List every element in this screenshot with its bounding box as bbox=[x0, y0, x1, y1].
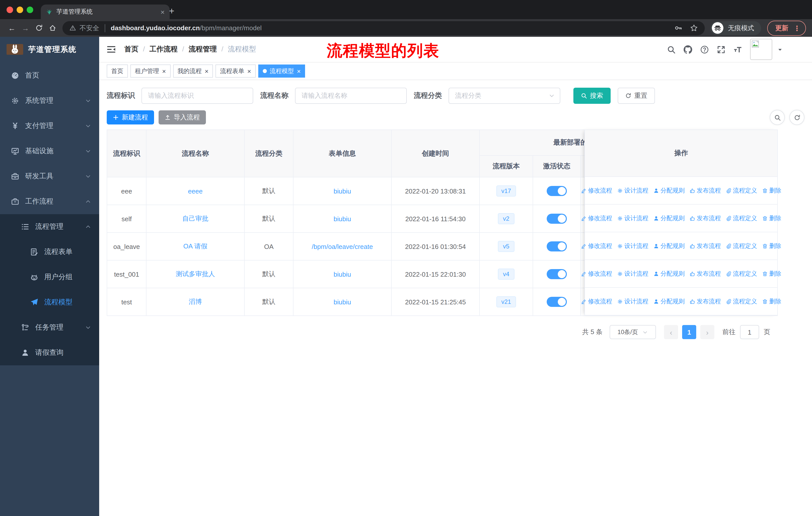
form-info-link[interactable]: biubiu bbox=[334, 270, 351, 278]
assign-action-link[interactable]: 分配规则 bbox=[654, 297, 685, 306]
edit-action-link[interactable]: 修改流程 bbox=[581, 242, 612, 250]
delete-action-link[interactable]: 删除 bbox=[762, 242, 781, 250]
fullscreen-icon[interactable] bbox=[717, 45, 725, 54]
import-process-button[interactable]: 导入流程 bbox=[158, 110, 206, 125]
search-button[interactable]: 搜索 bbox=[573, 88, 611, 104]
forward-icon[interactable]: → bbox=[19, 24, 32, 32]
active-toggle[interactable] bbox=[547, 241, 567, 251]
tab-close-icon[interactable]: × bbox=[161, 8, 165, 16]
assign-action-link[interactable]: 分配规则 bbox=[654, 214, 685, 222]
form-info-link[interactable]: /bpm/oa/leave/create bbox=[312, 243, 373, 250]
breadcrumb-item[interactable]: 工作流程 bbox=[139, 45, 178, 54]
page-button-1[interactable]: 1 bbox=[682, 325, 696, 339]
active-toggle[interactable] bbox=[547, 297, 567, 307]
new-tab-button[interactable]: + bbox=[166, 6, 177, 17]
publish-action-link[interactable]: 发布流程 bbox=[690, 214, 721, 222]
breadcrumb-item[interactable]: 流程模型 bbox=[217, 45, 256, 54]
edit-action-link[interactable]: 修改流程 bbox=[581, 297, 612, 306]
password-key-icon[interactable] bbox=[674, 24, 682, 32]
design-action-link[interactable]: 设计流程 bbox=[617, 297, 648, 306]
logo[interactable]: 芋道管理系统 bbox=[0, 37, 99, 62]
tag-close-icon[interactable]: × bbox=[162, 68, 166, 74]
bookmark-star-icon[interactable] bbox=[690, 24, 698, 32]
delete-action-link[interactable]: 删除 bbox=[762, 269, 781, 278]
process-name-link[interactable]: 测试多审批人 bbox=[176, 270, 215, 278]
sidebar-item[interactable]: 流程模型 bbox=[0, 290, 99, 315]
goto-page-input[interactable]: 1 bbox=[740, 325, 759, 339]
font-size-icon[interactable] bbox=[733, 45, 742, 54]
caret-down-icon[interactable] bbox=[777, 47, 783, 52]
avatar[interactable] bbox=[750, 39, 772, 60]
refresh-table-button[interactable] bbox=[789, 110, 805, 125]
edit-action-link[interactable]: 修改流程 bbox=[581, 269, 612, 278]
tag[interactable]: 我的流程 × bbox=[173, 64, 213, 78]
sidebar-collapse-icon[interactable] bbox=[107, 45, 116, 54]
assign-action-link[interactable]: 分配规则 bbox=[654, 242, 685, 250]
sidebar-item[interactable]: 工作流程 bbox=[0, 189, 99, 214]
reload-icon[interactable] bbox=[32, 24, 46, 32]
delete-action-link[interactable]: 删除 bbox=[762, 297, 781, 306]
design-action-link[interactable]: 设计流程 bbox=[617, 186, 648, 195]
publish-action-link[interactable]: 发布流程 bbox=[690, 242, 721, 250]
publish-action-link[interactable]: 发布流程 bbox=[690, 297, 721, 306]
sidebar-item[interactable]: 任务管理 bbox=[0, 315, 99, 340]
sidebar-item[interactable]: 首页 bbox=[0, 63, 99, 88]
breadcrumb-item[interactable]: 首页 bbox=[124, 45, 139, 54]
browser-menu-dots-icon[interactable]: ⋮ bbox=[793, 24, 801, 32]
window-zoom-button[interactable] bbox=[27, 6, 33, 13]
tag-close-icon[interactable]: × bbox=[247, 68, 251, 74]
page-size-select[interactable]: 10条/页 bbox=[610, 325, 656, 339]
process-key-input[interactable]: 请输入流程标识 bbox=[141, 88, 253, 104]
next-page-button[interactable]: › bbox=[700, 325, 714, 339]
process-name-link[interactable]: 自己审批 bbox=[182, 215, 208, 222]
process-name-input[interactable]: 请输入流程名称 bbox=[295, 88, 407, 104]
browser-tab[interactable]: 芋道管理系统 × bbox=[41, 4, 170, 19]
publish-action-link[interactable]: 发布流程 bbox=[690, 186, 721, 195]
category-select[interactable]: 流程分类 bbox=[448, 88, 560, 104]
process-name-link[interactable]: 滔博 bbox=[189, 298, 202, 305]
form-info-link[interactable]: biubiu bbox=[334, 215, 351, 222]
reset-button[interactable]: 重置 bbox=[618, 88, 655, 104]
edit-action-link[interactable]: 修改流程 bbox=[581, 214, 612, 222]
sidebar-item[interactable]: 流程表单 bbox=[0, 239, 99, 265]
sidebar-item[interactable]: 请假查询 bbox=[0, 340, 99, 365]
window-close-button[interactable] bbox=[6, 6, 13, 13]
sidebar-item[interactable]: 用户分组 bbox=[0, 265, 99, 290]
definition-action-link[interactable]: 流程定义 bbox=[726, 186, 757, 195]
sidebar-item[interactable]: 研发工具 bbox=[0, 164, 99, 189]
design-action-link[interactable]: 设计流程 bbox=[617, 269, 648, 278]
window-minimize-button[interactable] bbox=[17, 6, 23, 13]
publish-action-link[interactable]: 发布流程 bbox=[690, 269, 721, 278]
design-action-link[interactable]: 设计流程 bbox=[617, 214, 648, 222]
back-icon[interactable]: ← bbox=[5, 24, 19, 32]
assign-action-link[interactable]: 分配规则 bbox=[654, 186, 685, 195]
form-info-link[interactable]: biubiu bbox=[334, 187, 351, 195]
assign-action-link[interactable]: 分配规则 bbox=[654, 269, 685, 278]
toggle-search-button[interactable] bbox=[770, 110, 785, 125]
tag[interactable]: 流程模型 × bbox=[258, 64, 305, 78]
address-bar[interactable]: 不安全 dashboard.yudao.iocoder.cn/bpm/manag… bbox=[62, 21, 705, 35]
sidebar-item[interactable]: 系统管理 bbox=[0, 88, 99, 113]
prev-page-button[interactable]: ‹ bbox=[664, 325, 678, 339]
search-icon[interactable] bbox=[667, 45, 675, 54]
breadcrumb-item[interactable]: 流程管理 bbox=[178, 45, 217, 54]
active-toggle[interactable] bbox=[547, 186, 567, 196]
active-toggle[interactable] bbox=[547, 269, 567, 279]
definition-action-link[interactable]: 流程定义 bbox=[726, 269, 757, 278]
delete-action-link[interactable]: 删除 bbox=[762, 186, 781, 195]
tag[interactable]: 租户管理 × bbox=[130, 64, 170, 78]
definition-action-link[interactable]: 流程定义 bbox=[726, 242, 757, 250]
tag[interactable]: 首页 bbox=[107, 64, 128, 78]
sidebar-item[interactable]: 流程管理 bbox=[0, 214, 99, 239]
definition-action-link[interactable]: 流程定义 bbox=[726, 214, 757, 222]
edit-action-link[interactable]: 修改流程 bbox=[581, 186, 612, 195]
active-toggle[interactable] bbox=[547, 214, 567, 224]
update-button[interactable]: 更新 ⋮ bbox=[767, 20, 806, 35]
tag-close-icon[interactable]: × bbox=[205, 68, 208, 74]
help-icon[interactable] bbox=[700, 45, 709, 54]
process-name-link[interactable]: OA 请假 bbox=[183, 242, 207, 250]
form-info-link[interactable]: biubiu bbox=[334, 298, 351, 306]
tag[interactable]: 流程表单 × bbox=[215, 64, 256, 78]
sidebar-item[interactable]: 支付管理 bbox=[0, 113, 99, 139]
design-action-link[interactable]: 设计流程 bbox=[617, 242, 648, 250]
